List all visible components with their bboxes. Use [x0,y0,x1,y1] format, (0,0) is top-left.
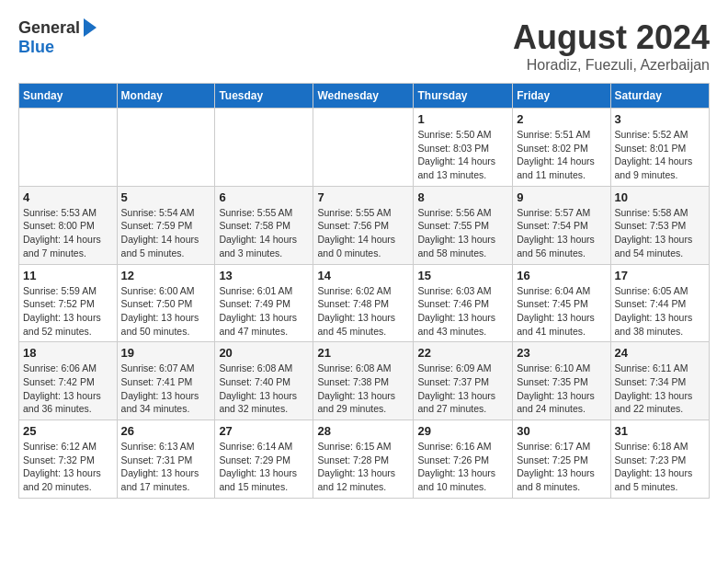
day-content: Sunrise: 5:58 AM Sunset: 7:53 PM Dayligh… [615,206,705,260]
day-number: 23 [517,346,606,360]
day-content: Sunrise: 6:07 AM Sunset: 7:41 PM Dayligh… [121,362,211,416]
day-number: 5 [121,190,211,204]
calendar-cell: 18Sunrise: 6:06 AM Sunset: 7:42 PM Dayli… [19,342,118,420]
calendar-cell: 7Sunrise: 5:55 AM Sunset: 7:56 PM Daylig… [313,186,414,264]
calendar-week-row: 11Sunrise: 5:59 AM Sunset: 7:52 PM Dayli… [19,264,710,342]
day-number: 27 [219,424,309,438]
day-number: 15 [417,269,508,282]
location-subtitle: Horadiz, Fuezuli, Azerbaijan [513,57,710,74]
day-number: 24 [615,346,705,360]
day-number: 26 [121,424,211,438]
calendar-cell [313,109,414,187]
calendar-cell: 16Sunrise: 6:04 AM Sunset: 7:45 PM Dayli… [513,264,610,342]
day-number: 10 [615,190,705,204]
day-content: Sunrise: 6:10 AM Sunset: 7:35 PM Dayligh… [517,362,606,416]
calendar-cell: 14Sunrise: 6:02 AM Sunset: 7:48 PM Dayli… [313,264,414,342]
calendar-cell [117,109,215,187]
calendar-cell: 17Sunrise: 6:05 AM Sunset: 7:44 PM Dayli… [610,264,709,342]
day-content: Sunrise: 6:05 AM Sunset: 7:44 PM Dayligh… [615,284,705,339]
calendar-cell: 15Sunrise: 6:03 AM Sunset: 7:46 PM Dayli… [414,264,513,342]
calendar-cell: 23Sunrise: 6:10 AM Sunset: 7:35 PM Dayli… [513,342,610,420]
day-number: 4 [23,190,113,204]
month-title: August 2024 [513,18,710,57]
day-number: 12 [121,269,211,282]
day-content: Sunrise: 5:54 AM Sunset: 7:59 PM Dayligh… [121,206,211,260]
day-number: 16 [517,269,606,282]
day-content: Sunrise: 6:08 AM Sunset: 7:40 PM Dayligh… [219,362,309,416]
day-content: Sunrise: 6:02 AM Sunset: 7:48 PM Dayligh… [317,284,409,339]
calendar-cell [215,109,313,187]
calendar-week-row: 18Sunrise: 6:06 AM Sunset: 7:42 PM Dayli… [19,342,710,420]
calendar-cell: 29Sunrise: 6:16 AM Sunset: 7:26 PM Dayli… [414,420,513,499]
day-number: 20 [219,346,309,360]
calendar-week-row: 25Sunrise: 6:12 AM Sunset: 7:32 PM Dayli… [19,420,710,499]
day-number: 7 [317,190,409,204]
day-number: 29 [417,424,508,438]
calendar-table: SundayMondayTuesdayWednesdayThursdayFrid… [18,83,710,499]
day-content: Sunrise: 5:53 AM Sunset: 8:00 PM Dayligh… [23,206,113,260]
day-content: Sunrise: 6:17 AM Sunset: 7:25 PM Dayligh… [517,440,606,494]
calendar-cell: 9Sunrise: 5:57 AM Sunset: 7:54 PM Daylig… [513,186,610,264]
page-header: General Blue August 2024 Horadiz, Fuezul… [18,18,710,74]
calendar-cell: 24Sunrise: 6:11 AM Sunset: 7:34 PM Dayli… [610,342,709,420]
calendar-cell: 20Sunrise: 6:08 AM Sunset: 7:40 PM Dayli… [215,342,313,420]
calendar-cell: 10Sunrise: 5:58 AM Sunset: 7:53 PM Dayli… [610,186,709,264]
day-content: Sunrise: 6:16 AM Sunset: 7:26 PM Dayligh… [417,440,508,494]
title-area: August 2024 Horadiz, Fuezuli, Azerbaijan [513,18,710,74]
day-content: Sunrise: 6:11 AM Sunset: 7:34 PM Dayligh… [615,362,705,416]
logo: General Blue [18,18,97,57]
calendar-body: 1Sunrise: 5:50 AM Sunset: 8:03 PM Daylig… [19,109,710,499]
calendar-cell: 30Sunrise: 6:17 AM Sunset: 7:25 PM Dayli… [513,420,610,499]
day-content: Sunrise: 6:18 AM Sunset: 7:23 PM Dayligh… [615,440,705,494]
weekday-header: Monday [117,84,215,109]
day-number: 31 [615,424,705,438]
weekday-header: Friday [513,84,610,109]
logo-arrow-icon [84,18,97,37]
day-content: Sunrise: 5:57 AM Sunset: 7:54 PM Dayligh… [517,206,606,260]
day-content: Sunrise: 6:01 AM Sunset: 7:49 PM Dayligh… [219,284,309,339]
day-number: 9 [517,190,606,204]
calendar-cell: 26Sunrise: 6:13 AM Sunset: 7:31 PM Dayli… [117,420,215,499]
day-number: 14 [317,269,409,282]
calendar-cell: 8Sunrise: 5:56 AM Sunset: 7:55 PM Daylig… [414,186,513,264]
day-number: 1 [417,112,508,126]
calendar-cell: 1Sunrise: 5:50 AM Sunset: 8:03 PM Daylig… [414,109,513,187]
calendar-cell: 6Sunrise: 5:55 AM Sunset: 7:58 PM Daylig… [215,186,313,264]
calendar-cell: 5Sunrise: 5:54 AM Sunset: 7:59 PM Daylig… [117,186,215,264]
calendar-cell: 28Sunrise: 6:15 AM Sunset: 7:28 PM Dayli… [313,420,414,499]
day-content: Sunrise: 5:59 AM Sunset: 7:52 PM Dayligh… [23,284,113,339]
day-content: Sunrise: 5:55 AM Sunset: 7:56 PM Dayligh… [317,206,409,260]
day-content: Sunrise: 6:00 AM Sunset: 7:50 PM Dayligh… [121,284,211,339]
day-content: Sunrise: 6:09 AM Sunset: 7:37 PM Dayligh… [417,362,508,416]
weekday-header: Wednesday [313,84,414,109]
day-number: 21 [317,346,409,360]
calendar-cell: 25Sunrise: 6:12 AM Sunset: 7:32 PM Dayli… [19,420,118,499]
weekday-header: Sunday [19,84,118,109]
day-number: 22 [417,346,508,360]
calendar-cell: 2Sunrise: 5:51 AM Sunset: 8:02 PM Daylig… [513,109,610,187]
day-number: 13 [219,269,309,282]
day-content: Sunrise: 6:14 AM Sunset: 7:29 PM Dayligh… [219,440,309,494]
calendar-cell: 27Sunrise: 6:14 AM Sunset: 7:29 PM Dayli… [215,420,313,499]
day-content: Sunrise: 5:52 AM Sunset: 8:01 PM Dayligh… [615,128,705,182]
day-content: Sunrise: 5:50 AM Sunset: 8:03 PM Dayligh… [417,128,508,182]
day-number: 2 [517,112,606,126]
logo-blue-text: Blue [18,38,54,57]
calendar-cell: 4Sunrise: 5:53 AM Sunset: 8:00 PM Daylig… [19,186,118,264]
calendar-cell: 12Sunrise: 6:00 AM Sunset: 7:50 PM Dayli… [117,264,215,342]
day-number: 25 [23,424,113,438]
day-content: Sunrise: 6:12 AM Sunset: 7:32 PM Dayligh… [23,440,113,494]
logo-general-text: General [18,18,80,38]
day-content: Sunrise: 6:08 AM Sunset: 7:38 PM Dayligh… [317,362,409,416]
day-number: 17 [615,269,705,282]
day-number: 3 [615,112,705,126]
day-number: 11 [23,269,113,282]
day-number: 8 [417,190,508,204]
calendar-cell: 13Sunrise: 6:01 AM Sunset: 7:49 PM Dayli… [215,264,313,342]
day-number: 6 [219,190,309,204]
calendar-cell: 19Sunrise: 6:07 AM Sunset: 7:41 PM Dayli… [117,342,215,420]
calendar-cell: 3Sunrise: 5:52 AM Sunset: 8:01 PM Daylig… [610,109,709,187]
day-content: Sunrise: 6:04 AM Sunset: 7:45 PM Dayligh… [517,284,606,339]
day-number: 28 [317,424,409,438]
day-content: Sunrise: 5:55 AM Sunset: 7:58 PM Dayligh… [219,206,309,260]
